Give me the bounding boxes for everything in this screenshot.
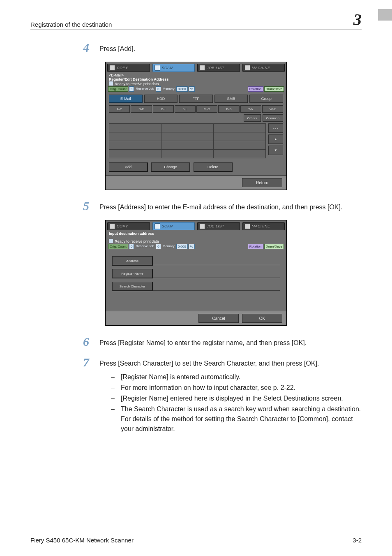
- orig-count-val: 0: [129, 86, 134, 92]
- screen-title-1: <E-Mail>: [109, 73, 283, 77]
- destination-list: [109, 123, 266, 158]
- alpha-gi[interactable]: G-I: [153, 105, 174, 113]
- step-4-text: Press [Add].: [99, 44, 362, 53]
- common-button[interactable]: Common: [263, 114, 283, 122]
- page-down-button[interactable]: ▼: [268, 146, 283, 155]
- ok-button[interactable]: OK: [242, 314, 282, 323]
- tab-copy[interactable]: COPY: [107, 64, 150, 72]
- panel-heading: <E-Mail> Register/Edit Destination Addre…: [106, 72, 286, 86]
- tab-copy[interactable]: COPY: [107, 222, 150, 230]
- tab-joblist-label: JOB LIST: [207, 66, 224, 70]
- tab-joblist[interactable]: JOB LIST: [197, 64, 240, 72]
- tab-smb[interactable]: SMB: [214, 95, 248, 103]
- drum-deve-badge: Drum/Deve: [264, 86, 284, 92]
- step-6: 6 Press [Register Name] to enter the reg…: [83, 336, 362, 352]
- tab-hdd[interactable]: HDD: [144, 95, 178, 103]
- tab-joblist-label: JOB LIST: [207, 224, 224, 228]
- tab-scan-label: SCAN: [162, 224, 173, 228]
- tab-copy-label: COPY: [117, 224, 128, 228]
- alpha-wz[interactable]: W-Z: [262, 105, 283, 113]
- step-6-number: 6: [83, 336, 99, 352]
- alpha-ac[interactable]: A-C: [109, 105, 130, 113]
- page-footer: Fiery S450 65C-KM Network Scanner 3-2: [30, 534, 362, 544]
- tab-copy-label: COPY: [117, 66, 128, 70]
- step-5: 5 Press [Address] to enter the E-mail ad…: [83, 200, 362, 216]
- status-msg: Ready to receive print data: [115, 239, 159, 243]
- alpha-mo[interactable]: M-O: [196, 105, 217, 113]
- panel-top-tabs: COPY SCAN JOB LIST MACHINE: [106, 220, 286, 230]
- joblist-icon: [199, 65, 205, 71]
- memory-pct: %: [189, 86, 195, 92]
- page-up-button[interactable]: ▲: [268, 134, 283, 144]
- tab-machine[interactable]: MACHINE: [242, 222, 285, 230]
- bullet-1: [Register Name] is entered automatically…: [111, 372, 362, 382]
- machine-icon: [244, 223, 250, 229]
- tab-joblist[interactable]: JOB LIST: [197, 222, 240, 230]
- bullet-3: [Register Name] entered here is displaye…: [111, 394, 362, 403]
- list-row[interactable]: [109, 141, 266, 150]
- tab-machine-label: MACHINE: [252, 224, 270, 228]
- alpha-filter: A-C D-F G-I J-L M-O P-S T-V W-Z: [106, 105, 286, 113]
- step-5-text: Press [Address] to enter the E-mail addr…: [99, 202, 362, 212]
- add-button[interactable]: Add: [109, 162, 148, 172]
- bullet-2: For more information on how to input cha…: [111, 383, 362, 393]
- chapter-number: 3: [353, 12, 362, 28]
- alpha-tv[interactable]: T-V: [240, 105, 261, 113]
- tab-group[interactable]: Group: [249, 95, 283, 103]
- joblist-icon: [199, 223, 205, 229]
- step-7-number: 7: [83, 356, 99, 435]
- rotation-badge: Rotation: [248, 86, 263, 92]
- search-character-button[interactable]: Search Character: [112, 282, 153, 291]
- screen-title: Input destination address: [109, 232, 283, 236]
- cancel-button[interactable]: Cancel: [198, 314, 239, 323]
- rotation-badge: Rotation: [248, 244, 263, 249]
- reserve-job-val: 0: [156, 86, 161, 92]
- alpha-ps[interactable]: P-S: [218, 105, 239, 113]
- side-tab-mark: [378, 9, 392, 21]
- screen-title-2: Register/Edit Destination Address: [109, 77, 283, 81]
- memory-label: Memory: [162, 244, 175, 249]
- bullet-4: The Search Character is used as a search…: [111, 404, 362, 434]
- reserve-job-label: Reserve Job: [135, 86, 155, 92]
- alpha-df[interactable]: D-F: [131, 105, 152, 113]
- drum-deve-badge: Drum/Deve: [264, 244, 284, 249]
- memory-val: 0.000: [176, 86, 188, 92]
- tab-machine-label: MACHINE: [252, 66, 270, 70]
- memory-pct: %: [189, 244, 195, 249]
- return-button[interactable]: Return: [242, 178, 282, 187]
- list-row[interactable]: [109, 150, 266, 158]
- printer-panel-1: COPY SCAN JOB LIST MACHINE <E-Mail> Regi…: [105, 62, 287, 190]
- register-name-button[interactable]: Register Name: [112, 269, 153, 278]
- memory-val: 0.000: [176, 244, 188, 249]
- orig-count-val: 0: [129, 244, 134, 249]
- machine-icon: [244, 65, 250, 71]
- tab-email[interactable]: E-Mail: [109, 95, 143, 103]
- address-field: [153, 257, 280, 265]
- tab-scan[interactable]: SCAN: [152, 64, 195, 72]
- alpha-jl[interactable]: J-L: [175, 105, 196, 113]
- step-7: 7 Press [Search Character] to set the Se…: [83, 356, 362, 435]
- orig-count-label: Orig. Count: [108, 86, 128, 92]
- delete-button[interactable]: Delete: [194, 162, 233, 172]
- footer-page: 3-2: [353, 537, 362, 544]
- scan-icon: [154, 65, 160, 71]
- search-character-field: [153, 282, 280, 291]
- header-title: Registration of the destination: [30, 21, 112, 28]
- tab-scan[interactable]: SCAN: [152, 222, 195, 230]
- status-bar: Orig. Count 0 Reserve Job 0 Memory 0.000…: [106, 243, 286, 250]
- change-button[interactable]: Change: [151, 162, 190, 172]
- others-button[interactable]: Others: [244, 114, 261, 122]
- status-icon: [109, 239, 113, 243]
- list-row[interactable]: [109, 123, 266, 132]
- scan-icon: [154, 223, 160, 229]
- copy-icon: [109, 223, 115, 229]
- address-button[interactable]: Address: [112, 256, 153, 266]
- tab-machine[interactable]: MACHINE: [242, 64, 285, 72]
- step-7-text: Press [Search Character] to set the Sear…: [99, 359, 362, 368]
- pager-indicator: - / -: [268, 123, 283, 133]
- protocol-tabs: E-Mail HDD FTP SMB Group: [106, 92, 286, 105]
- reserve-job-label: Reserve Job: [135, 244, 155, 249]
- status-bar: Orig. Count 0 Reserve Job 0 Memory 0.000…: [106, 86, 286, 92]
- tab-ftp[interactable]: FTP: [179, 95, 213, 103]
- list-row[interactable]: [109, 132, 266, 141]
